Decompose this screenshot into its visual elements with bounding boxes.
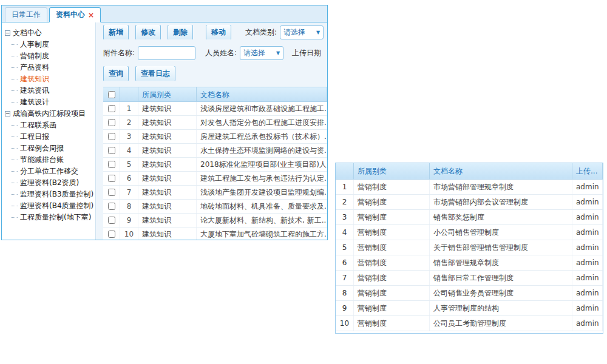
row-category: 营销制度: [354, 195, 430, 209]
tree-item-work-transfer[interactable]: 分工单位工作移交: [4, 166, 94, 177]
view-log-button[interactable]: 查看日志: [135, 66, 175, 81]
tree-item-construction-knowledge[interactable]: 建筑知识: [4, 73, 94, 85]
table-row[interactable]: 10 营销制度 公司员工考勤管理制度 admin: [336, 316, 603, 331]
tree-item-product-data[interactable]: 产品资料: [4, 62, 94, 73]
tree-folder-chengyu-project[interactable]: −成渝高铁内江标段项目: [4, 108, 94, 120]
row-doc-name: 建筑工程施工发包与承包违法行为认定...: [197, 172, 327, 185]
table-row[interactable]: 2 营销制度 市场营销部内部会议管理制度 admin: [336, 195, 603, 210]
close-tab-icon[interactable]: ×: [88, 11, 94, 19]
table-row[interactable]: 5 建筑知识 2018标准化监理项目部(业主项目部)人员...: [103, 158, 327, 172]
tree-item-weekly-meeting-report[interactable]: 工程例会周报: [4, 143, 94, 154]
table-row[interactable]: 3 营销制度 销售部奖惩制度 admin: [336, 210, 603, 225]
search-button[interactable]: 查询: [103, 66, 129, 81]
row-checkbox[interactable]: [108, 203, 115, 210]
attachment-name-input[interactable]: [138, 46, 195, 60]
row-category: 营销制度: [354, 240, 430, 255]
row-number: 1: [120, 102, 138, 115]
row-doc-name: 销售部奖惩制度: [430, 210, 572, 224]
table-row[interactable]: 1 建筑知识 浅谈房屋建筑和市政基础设施工程施工...: [103, 102, 327, 116]
row-checkbox[interactable]: [108, 231, 115, 238]
tree-item-quality-control-basement[interactable]: 工程质量控制(地下室): [4, 212, 94, 223]
tree-item-hr-policy[interactable]: 人事制度: [4, 39, 94, 50]
person-name-select[interactable]: 请选择 ▼: [240, 46, 283, 60]
row-uploader: admin: [572, 271, 603, 285]
tab-data-center-label: 资料中心: [56, 10, 85, 20]
row-category: 营销制度: [354, 255, 430, 270]
row-category: 营销制度: [354, 271, 430, 285]
row-doc-name: 浅谈房屋建筑和市政基础设施工程施工...: [197, 102, 327, 115]
tree-item-supervision-b2[interactable]: 监理资料(B2资质): [4, 177, 94, 189]
row-category: 营销制度: [354, 316, 430, 331]
delete-button[interactable]: 删除: [168, 25, 193, 39]
table-row[interactable]: 6 建筑知识 建筑工程施工发包与承包违法行为认定...: [103, 172, 327, 186]
table-row[interactable]: 4 建筑知识 水土保持生态环境监测网络的建设与资...: [103, 144, 327, 158]
row-number: 2: [120, 116, 138, 129]
tree-item-supervision-b4[interactable]: 监理资料(B4质量控制): [4, 200, 94, 212]
table-row[interactable]: 1 营销制度 市场营销部管理规章制度 admin: [336, 180, 603, 195]
row-uploader: admin: [572, 225, 603, 240]
row-category: 建筑知识: [138, 200, 197, 213]
table-row[interactable]: 8 建筑知识 地砖地面材料、机具准备、质量要求及...: [103, 200, 327, 214]
row-number: 7: [120, 186, 138, 199]
row-checkbox-cell: [103, 158, 120, 171]
collapse-icon[interactable]: −: [5, 30, 10, 36]
tree-folder-label: 文档中心: [13, 29, 42, 37]
table-row[interactable]: 3 建筑知识 房屋建筑工程总承包投标书（技术标）...: [103, 130, 327, 144]
row-checkbox[interactable]: [108, 217, 115, 224]
row-checkbox[interactable]: [108, 105, 115, 112]
tree-item-energy-ledger[interactable]: 节能减排台账: [4, 154, 94, 166]
table-row[interactable]: 4 营销制度 小公司销售管理制度 admin: [336, 225, 603, 240]
table-row[interactable]: 6 营销制度 销售部管理规章制度 admin: [336, 255, 603, 271]
row-checkbox-cell: [103, 228, 120, 240]
row-category: 营销制度: [354, 210, 430, 224]
select-all-checkbox[interactable]: [108, 91, 115, 98]
row-doc-name: 销售部日常工作管理制度: [430, 271, 572, 285]
edit-button[interactable]: 修改: [135, 25, 161, 39]
table-row[interactable]: 8 营销制度 公司销售业务员管理制度 admin: [336, 286, 603, 301]
row-doc-name: 公司销售业务员管理制度: [430, 286, 572, 300]
tree-item-construction-news[interactable]: 建筑资讯: [4, 85, 94, 96]
doc-category-value: 请选择: [283, 27, 305, 38]
row-number: 5: [120, 158, 138, 171]
tree-item-marketing-policy[interactable]: 营销制度: [4, 50, 94, 62]
tree-item-daily-report[interactable]: 工程日报: [4, 131, 94, 143]
person-name-value: 请选择: [243, 48, 265, 58]
table-row[interactable]: 2 建筑知识 对发包人指定分包的工程施工进度安排...: [103, 116, 327, 130]
row-checkbox[interactable]: [108, 133, 115, 140]
table-row[interactable]: 7 营销制度 销售部日常工作管理制度 admin: [336, 271, 603, 286]
row-checkbox[interactable]: [108, 189, 115, 196]
documents-table: 所属别类 文档名称 1 建筑知识 浅谈房屋建筑和市政基础设施工程施工...: [103, 87, 327, 240]
table-row[interactable]: 9 营销制度 人事管理制度的结构 admin: [336, 301, 603, 316]
row-doc-name: 关于销售部管理销售管理制度: [430, 240, 572, 255]
tree-item-project-letter[interactable]: 工程联系函: [4, 120, 94, 131]
tree-item-supervision-b3[interactable]: 监理资料(B3质量控制): [4, 189, 94, 200]
row-checkbox-cell: [103, 144, 120, 157]
doc-category-select[interactable]: 请选择 ▼: [280, 25, 324, 39]
content-panel: 新增 修改 删除 移动 文档类别: 请选择 ▼ 文档 附件名称: 人员姓名: 请…: [96, 22, 327, 240]
row-checkbox-cell: [103, 214, 120, 227]
row-doc-name: 水土保持生态环境监测网络的建设与资...: [197, 144, 327, 157]
row-checkbox[interactable]: [108, 147, 115, 154]
row-checkbox-cell: [103, 130, 120, 143]
table-row[interactable]: 10 建筑知识 大厦地下室加气砼墙砌筑工程的施工方...: [103, 228, 327, 240]
row-doc-name: 大厦地下室加气砼墙砌筑工程的施工方...: [197, 228, 327, 240]
row-checkbox[interactable]: [108, 119, 115, 126]
collapse-icon[interactable]: −: [5, 111, 10, 116]
tree-folder-document-center[interactable]: −文档中心: [4, 27, 94, 39]
row-checkbox[interactable]: [108, 175, 115, 182]
tree-item-construction-design[interactable]: 建筑设计: [4, 96, 94, 108]
row-number-column-header: [120, 87, 138, 101]
doc-category-label: 文档类别:: [245, 27, 277, 38]
add-button[interactable]: 新增: [103, 25, 129, 39]
row-checkbox[interactable]: [108, 161, 115, 168]
table-row[interactable]: 7 建筑知识 浅谈地产集团开发建设项目监理规划编...: [103, 186, 327, 200]
category-column-header: 所属别类: [354, 163, 430, 179]
toolbar-row: 新增 修改 删除 移动 文档类别: 请选择 ▼ 文档: [103, 25, 327, 39]
table-row[interactable]: 9 建筑知识 论大厦新材料、新结构、新技术, 新工...: [103, 214, 327, 228]
tab-data-center[interactable]: 资料中心 ×: [49, 7, 101, 22]
row-number: 8: [336, 286, 354, 300]
move-button[interactable]: 移动: [206, 25, 231, 39]
table-row[interactable]: 5 营销制度 关于销售部管理销售管理制度 admin: [336, 240, 603, 255]
tab-daily-work-label: 日常工作: [12, 10, 41, 20]
tab-daily-work[interactable]: 日常工作: [5, 7, 47, 22]
